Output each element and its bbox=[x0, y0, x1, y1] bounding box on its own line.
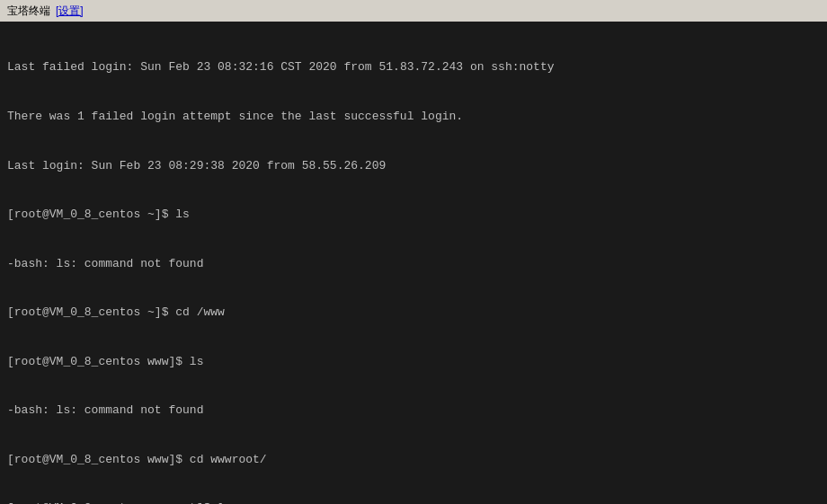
terminal-window: 宝塔终端 [设置] Last failed login: Sun Feb 23 … bbox=[0, 0, 827, 504]
line-6: [root@VM_0_8_centos ~]$ cd /www bbox=[7, 305, 820, 321]
line-7: [root@VM_0_8_centos www]$ ls bbox=[7, 354, 820, 370]
line-2: There was 1 failed login attempt since t… bbox=[7, 109, 820, 125]
terminal-body[interactable]: Last failed login: Sun Feb 23 08:32:16 C… bbox=[0, 22, 827, 504]
line-8: -bash: ls: command not found bbox=[7, 402, 820, 419]
line-5: -bash: ls: command not found bbox=[7, 256, 820, 272]
titlebar-settings[interactable]: [设置] bbox=[56, 4, 84, 19]
line-4: [root@VM_0_8_centos ~]$ ls bbox=[7, 207, 820, 223]
line-1: Last failed login: Sun Feb 23 08:32:16 C… bbox=[7, 59, 820, 75]
line-3: Last login: Sun Feb 23 08:29:38 2020 fro… bbox=[7, 158, 820, 174]
titlebar-title: 宝塔终端 bbox=[7, 4, 50, 19]
line-9: [root@VM_0_8_centos www]$ cd wwwroot/ bbox=[7, 452, 820, 468]
line-10: [root@VM_0_8_centos wwwroot]$ ls bbox=[7, 500, 820, 504]
titlebar: 宝塔终端 [设置] bbox=[0, 0, 827, 22]
from-keyword: from bbox=[343, 60, 371, 74]
